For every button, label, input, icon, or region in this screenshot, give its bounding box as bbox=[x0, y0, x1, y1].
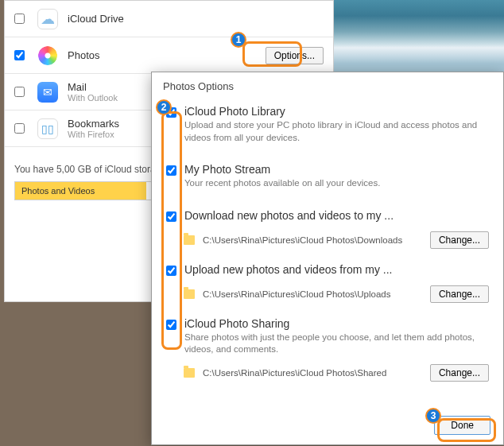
change-button-download[interactable]: Change... bbox=[430, 231, 489, 249]
path-row-sharing: C:\Users\Rina\Pictures\iCloud Photos\Sha… bbox=[166, 361, 489, 390]
path-row-download: C:\Users\Rina\Pictures\iCloud Photos\Dow… bbox=[166, 228, 489, 257]
checkbox-photo-library[interactable] bbox=[166, 107, 176, 118]
checkbox-photo-stream[interactable] bbox=[166, 165, 176, 176]
options-button[interactable]: Options... bbox=[266, 47, 324, 64]
option-row-download: Download new photos and videos to my ... bbox=[166, 203, 489, 228]
dialog-body: iCloud Photo Library Upload and store yo… bbox=[152, 99, 503, 390]
done-button[interactable]: Done bbox=[434, 416, 490, 435]
icloud-drive-icon: ☁ bbox=[37, 9, 58, 29]
path-row-upload: C:\Users\Rina\Pictures\iCloud Photos\Upl… bbox=[166, 282, 489, 311]
background-photo bbox=[333, 0, 504, 80]
option-row-photo-library: iCloud Photo Library Upload and store yo… bbox=[166, 99, 489, 149]
dialog-footer: Done bbox=[434, 416, 490, 435]
option-desc: Your recent photos available on all your… bbox=[184, 177, 489, 190]
photos-icon bbox=[37, 45, 58, 66]
service-title: iCloud Drive bbox=[68, 13, 324, 25]
photos-options-dialog: Photos Options iCloud Photo Library Uplo… bbox=[151, 72, 504, 445]
service-title: Photos bbox=[68, 49, 266, 61]
checkbox-mail[interactable] bbox=[14, 87, 25, 97]
option-title: Download new photos and videos to my ... bbox=[184, 209, 489, 222]
mail-icon: ✉ bbox=[37, 82, 58, 103]
checkbox-icloud-drive[interactable] bbox=[14, 14, 25, 24]
storage-segment-photos: Photos and Videos bbox=[15, 182, 146, 200]
folder-icon bbox=[184, 289, 195, 299]
folder-icon bbox=[184, 235, 195, 245]
path-text: C:\Users\Rina\Pictures\iCloud Photos\Upl… bbox=[203, 289, 422, 299]
change-button-upload[interactable]: Change... bbox=[430, 285, 489, 303]
path-text: C:\Users\Rina\Pictures\iCloud Photos\Dow… bbox=[203, 235, 422, 245]
checkbox-download[interactable] bbox=[166, 211, 176, 222]
path-text: C:\Users\Rina\Pictures\iCloud Photos\Sha… bbox=[203, 368, 422, 378]
option-row-photo-stream: My Photo Stream Your recent photos avail… bbox=[166, 157, 489, 195]
checkbox-bookmarks[interactable] bbox=[14, 123, 25, 134]
folder-icon bbox=[184, 368, 195, 378]
option-title: iCloud Photo Sharing bbox=[184, 317, 489, 330]
bookmarks-icon: ▯▯ bbox=[37, 118, 58, 139]
option-title: My Photo Stream bbox=[184, 163, 489, 176]
option-desc: Share photos with just the people you ch… bbox=[184, 332, 489, 356]
option-desc: Upload and store your PC photo library i… bbox=[184, 119, 489, 144]
checkbox-sharing[interactable] bbox=[166, 320, 176, 330]
option-title: iCloud Photo Library bbox=[184, 105, 489, 118]
checkbox-photos[interactable] bbox=[14, 50, 25, 60]
option-title: Upload new photos and videos from my ... bbox=[184, 263, 489, 276]
service-row-icloud-drive: ☁ iCloud Drive bbox=[5, 1, 333, 37]
change-button-sharing[interactable]: Change... bbox=[430, 364, 489, 382]
dialog-title: Photos Options bbox=[152, 72, 503, 99]
service-row-photos: Photos Options... bbox=[5, 37, 333, 74]
option-row-upload: Upload new photos and videos from my ... bbox=[166, 257, 489, 282]
option-row-sharing: iCloud Photo Sharing Share photos with j… bbox=[166, 311, 489, 361]
checkbox-upload[interactable] bbox=[166, 266, 176, 276]
